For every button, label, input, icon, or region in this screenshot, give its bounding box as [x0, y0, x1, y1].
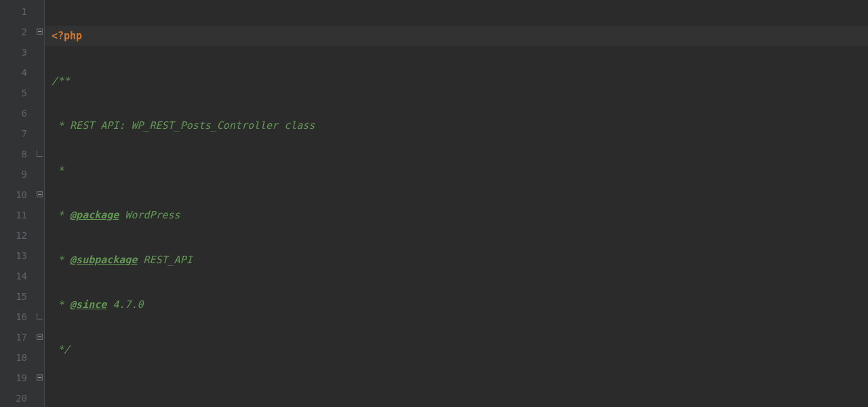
line-number: 1 — [0, 1, 27, 22]
line-number: 16 — [0, 307, 27, 327]
code-line[interactable]: * @since 4.7.0 — [52, 294, 868, 315]
doc-value: WordPress — [119, 209, 180, 221]
code-line[interactable]: * @package WordPress — [52, 205, 868, 225]
code-area[interactable]: <?php /** * REST API: WP_REST_Posts_Cont… — [45, 0, 868, 407]
line-number: 6 — [0, 103, 27, 123]
fold-toggle-icon[interactable] — [37, 28, 43, 35]
doc-star: * — [52, 254, 70, 266]
line-number: 18 — [0, 347, 27, 368]
code-line[interactable]: */ — [52, 339, 868, 360]
doc-tag-subpackage: @subpackage — [70, 254, 137, 266]
php-open-tag: <?php — [52, 30, 82, 42]
doc-value: REST_API — [137, 254, 192, 266]
line-number: 15 — [0, 286, 27, 307]
doc-tag-package: @package — [70, 209, 119, 221]
doc-star: * — [52, 209, 70, 221]
line-number: 10 — [0, 185, 27, 205]
line-number: 2 — [0, 22, 27, 42]
docblock-close: */ — [52, 343, 70, 355]
code-line[interactable]: * — [52, 160, 868, 180]
line-number: 20 — [0, 388, 27, 407]
fold-end-icon — [37, 151, 43, 157]
line-number: 17 — [0, 327, 27, 347]
line-number: 14 — [0, 266, 27, 286]
line-number: 5 — [0, 83, 27, 103]
fold-toggle-icon[interactable] — [37, 191, 43, 197]
code-line[interactable]: <?php — [45, 26, 868, 46]
doc-text: * REST API: WP_REST_Posts_Controller cla… — [52, 119, 315, 132]
line-number: 7 — [0, 123, 27, 144]
doc-star: * — [52, 164, 64, 176]
code-editor[interactable]: 1 2 3 4 5 6 7 8 9 10 11 12 13 14 15 16 1… — [0, 0, 868, 407]
line-number-gutter: 1 2 3 4 5 6 7 8 9 10 11 12 13 14 15 16 1… — [0, 0, 35, 407]
docblock-open: /** — [52, 75, 70, 87]
fold-end-icon — [37, 313, 43, 319]
fold-gutter — [35, 0, 45, 407]
doc-tag-since: @since — [70, 298, 106, 311]
line-number: 3 — [0, 42, 27, 62]
code-line[interactable]: * REST API: WP_REST_Posts_Controller cla… — [52, 115, 868, 136]
line-number: 9 — [0, 164, 27, 185]
line-number: 8 — [0, 144, 27, 164]
fold-toggle-icon[interactable] — [37, 374, 43, 381]
line-number: 11 — [0, 205, 27, 225]
line-number: 13 — [0, 246, 27, 266]
doc-star: * — [52, 298, 70, 311]
code-line[interactable] — [52, 384, 868, 404]
doc-value: 4.7.0 — [106, 298, 143, 311]
line-number: 4 — [0, 62, 27, 83]
line-number: 19 — [0, 368, 27, 388]
code-line[interactable]: * @subpackage REST_API — [52, 250, 868, 270]
fold-toggle-icon[interactable] — [37, 334, 43, 340]
line-number: 12 — [0, 225, 27, 246]
code-line[interactable]: /** — [52, 71, 868, 91]
